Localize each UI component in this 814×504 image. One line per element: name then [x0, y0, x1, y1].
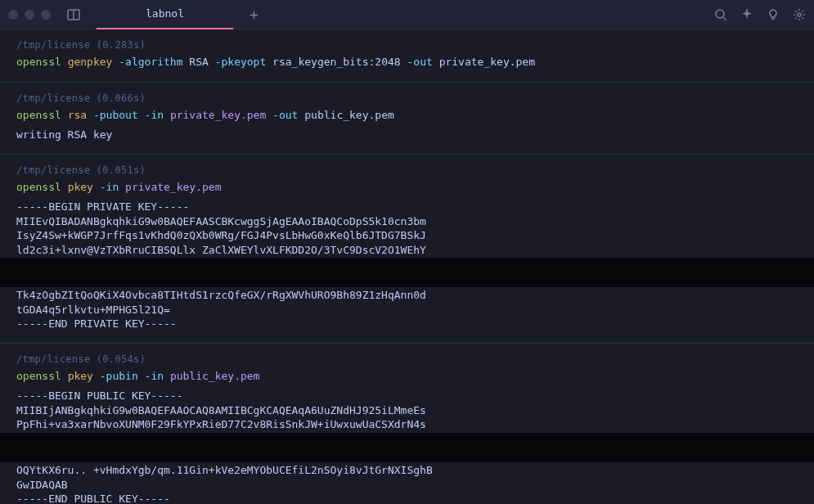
- search-icon[interactable]: [714, 8, 727, 21]
- new-tab-button[interactable]: +: [250, 6, 259, 23]
- path-line: /tmp/license (0.066s): [16, 92, 798, 104]
- svg-point-4: [798, 13, 801, 16]
- command-output: -----BEGIN PRIVATE KEY----- MIIEvQIBADAN…: [16, 200, 798, 257]
- svg-line-3: [723, 17, 726, 20]
- cmd-token: openssl: [16, 370, 68, 382]
- cmd-token: openssl: [16, 109, 68, 121]
- cmd-token: genpkey: [68, 56, 119, 68]
- cmd-token: pkey: [68, 370, 100, 382]
- command-line: openssl genpkey -algorithm RSA -pkeyopt …: [16, 54, 798, 70]
- cmd-token: private_key.pem: [170, 109, 272, 121]
- tab-labnol[interactable]: labnol: [97, 0, 233, 29]
- cmd-token: RSA: [189, 56, 214, 68]
- cmd-token: rsa_keygen_bits:2048: [272, 56, 407, 68]
- cmd-token: -in: [145, 109, 170, 121]
- terminal-content[interactable]: /tmp/license (0.283s)openssl genpkey -al…: [0, 29, 814, 504]
- sparkle-icon[interactable]: [740, 8, 753, 21]
- cmd-token: private_key.pem: [125, 181, 221, 193]
- cmd-token: -pkeyopt: [215, 56, 272, 68]
- redacted-region: [0, 258, 814, 287]
- command-line: openssl pkey -in private_key.pem: [16, 179, 798, 196]
- lightbulb-icon[interactable]: [767, 8, 780, 21]
- toolbar-icons: [714, 8, 806, 21]
- cmd-token: public_key.pem: [170, 370, 260, 382]
- command-block: /tmp/license (0.051s)openssl pkey -in pr…: [0, 155, 814, 344]
- cmd-token: pkey: [68, 181, 100, 193]
- redacted-region: [0, 433, 814, 462]
- path-line: /tmp/license (0.054s): [16, 353, 798, 365]
- command-block: /tmp/license (0.283s)openssl genpkey -al…: [0, 29, 814, 83]
- tab-bar: labnol +: [97, 0, 714, 29]
- gear-icon[interactable]: [793, 8, 806, 21]
- command-output: writing RSA key: [16, 128, 798, 142]
- cmd-token: -out: [407, 56, 438, 68]
- command-block: /tmp/license (0.066s)openssl rsa -pubout…: [0, 83, 814, 155]
- cmd-token: public_key.pem: [304, 109, 394, 121]
- tab-label: labnol: [146, 7, 184, 20]
- cmd-token: -algorithm: [119, 56, 189, 68]
- command-output: Tk4zOgbZItQoQKiX4Ovbca8TIHtdS1rzcQfeGX/r…: [16, 288, 798, 331]
- command-output: -----BEGIN PUBLIC KEY----- MIIBIjANBgkqh…: [16, 389, 798, 432]
- cmd-token: openssl: [16, 181, 68, 193]
- cmd-token: -in: [145, 370, 170, 382]
- maximize-window-icon[interactable]: [41, 10, 51, 20]
- close-window-icon[interactable]: [8, 10, 18, 20]
- minimize-window-icon[interactable]: [25, 10, 34, 20]
- traffic-lights: [8, 10, 51, 20]
- cmd-token: rsa: [68, 109, 93, 121]
- cmd-token: -out: [272, 109, 304, 121]
- command-line: openssl rsa -pubout -in private_key.pem …: [16, 107, 798, 124]
- path-line: /tmp/license (0.283s): [16, 39, 798, 51]
- command-line: openssl pkey -pubin -in public_key.pem: [16, 368, 798, 385]
- path-line: /tmp/license (0.051s): [16, 164, 798, 176]
- command-block: /tmp/license (0.054s)openssl pkey -pubin…: [0, 344, 814, 504]
- split-pane-icon[interactable]: [67, 9, 80, 20]
- cmd-token: -pubin: [100, 370, 145, 382]
- cmd-token: -pubout: [93, 109, 145, 121]
- cmd-token: openssl: [16, 56, 68, 68]
- cmd-token: private_key.pem: [439, 56, 535, 68]
- command-output: OQYtKX6ru.. +vHmdxYgb/qm.11Gin+kVe2eMYOb…: [16, 463, 798, 504]
- titlebar: labnol +: [0, 0, 814, 29]
- cmd-token: -in: [100, 181, 125, 193]
- svg-point-2: [716, 10, 724, 18]
